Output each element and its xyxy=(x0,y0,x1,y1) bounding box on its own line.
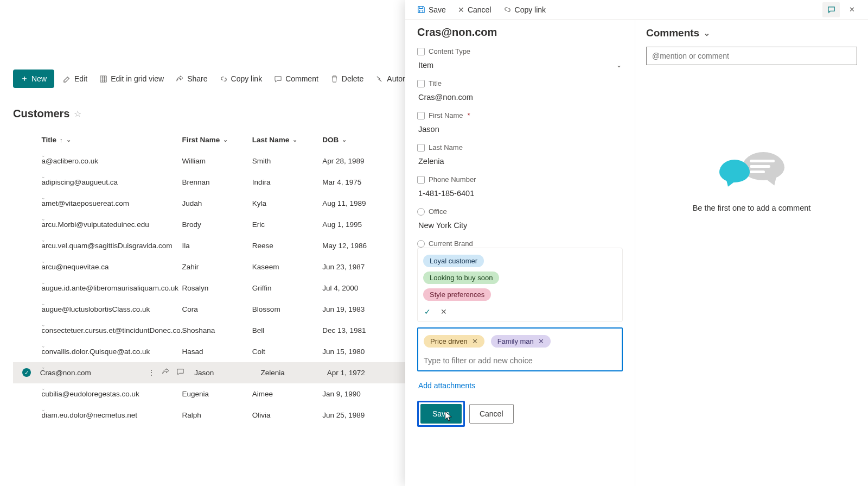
chevron-down-icon: ⌄ xyxy=(342,136,347,143)
tag-filter-input[interactable] xyxy=(423,354,617,367)
tag-options-popup: Loyal customer Looking to buy soon Style… xyxy=(417,248,623,322)
tag-option-loyal[interactable]: Loyal customer xyxy=(423,255,484,267)
table-row[interactable]: ⌄cubilia@eudoloregestas.co.ukEugeniaAime… xyxy=(13,383,407,405)
cell-last-name: Kyla xyxy=(252,199,322,207)
cell-first-name: Shoshana xyxy=(182,326,252,334)
cell-title[interactable]: arcu.Morbi@vulputateduinec.edu xyxy=(42,220,182,229)
pencil-icon xyxy=(63,75,71,83)
customers-table: Title↑⌄ First Name⌄ Last Name⌄ DOB⌄ ⌄a@a… xyxy=(13,131,407,426)
row-more-icon[interactable]: ⋮ xyxy=(148,368,155,377)
edit-button[interactable]: Edit xyxy=(60,70,91,87)
cell-first-name: Eugenia xyxy=(182,390,252,398)
cell-title[interactable]: arcu.vel.quam@sagittisDuisgravida.com xyxy=(42,242,182,250)
close-panel-button[interactable]: ✕ xyxy=(843,2,860,17)
cell-title[interactable]: amet@vitaeposuereat.com xyxy=(42,199,182,207)
row-selected-icon xyxy=(22,368,31,377)
table-row[interactable]: ⌄consectetuer.cursus.et@tinciduntDonec.c… xyxy=(13,320,407,341)
cell-title[interactable]: arcu@nequevitae.ca xyxy=(42,263,182,271)
confirm-tags-button[interactable]: ✓ xyxy=(424,307,431,316)
table-row[interactable]: ⌄arcu.vel.quam@sagittisDuisgravida.comIl… xyxy=(13,235,407,256)
cancel-button[interactable]: Cancel xyxy=(469,404,514,424)
cell-title[interactable]: convallis.dolor.Quisque@at.co.uk xyxy=(42,348,182,356)
remove-tag-icon[interactable]: ✕ xyxy=(472,337,478,345)
column-first-name[interactable]: First Name⌄ xyxy=(182,136,252,144)
cell-dob: Mar 4, 1975 xyxy=(322,178,407,186)
new-item-button[interactable]: ＋New xyxy=(13,70,54,88)
share-button[interactable]: Share xyxy=(173,70,210,87)
save-button[interactable]: Save xyxy=(420,404,462,424)
tag-option-soon[interactable]: Looking to buy soon xyxy=(423,272,499,284)
content-type-select[interactable]: Item⌄ xyxy=(417,59,623,72)
table-row[interactable]: ⌄diam.eu.dolor@necmetus.netRalphOliviaJu… xyxy=(13,405,407,426)
cell-title[interactable]: a@aclibero.co.uk xyxy=(42,157,182,165)
table-row[interactable]: ⌄adipiscing@augueut.caBrennanIndiraMar 4… xyxy=(13,172,407,193)
copy-link-button[interactable]: Copy link xyxy=(216,70,266,87)
cell-dob: Jan 9, 1990 xyxy=(322,390,407,398)
table-row[interactable]: ⌄augue.id.ante@liberomaurisaliquam.co.uk… xyxy=(13,277,407,299)
chevron-down-icon: ⌄ xyxy=(616,61,622,69)
delete-button[interactable]: Delete xyxy=(327,70,367,87)
item-heading: Cras@non.com xyxy=(417,26,623,39)
cell-dob: Jun 25, 1989 xyxy=(322,411,407,419)
cell-dob: Jul 4, 2000 xyxy=(322,284,407,292)
row-marker-icon: ⌄ xyxy=(41,216,44,219)
cell-first-name: Hasad xyxy=(182,348,252,356)
toggle-comments-button[interactable] xyxy=(822,2,840,17)
cell-title[interactable]: adipiscing@augueut.ca xyxy=(42,178,182,186)
phone-input[interactable]: 1-481-185-6401 xyxy=(417,187,623,200)
cancel-tags-button[interactable]: ✕ xyxy=(441,307,447,316)
cell-dob: Aug 1, 1995 xyxy=(322,220,407,229)
trash-icon xyxy=(330,75,339,83)
table-row[interactable]: ⌄a@aclibero.co.ukWilliamSmithApr 28, 198… xyxy=(13,150,407,172)
first-name-input[interactable]: Jason xyxy=(417,123,623,136)
title-input[interactable]: Cras@non.com xyxy=(417,91,623,104)
cell-dob: Apr 28, 1989 xyxy=(322,157,407,165)
panel-cancel-button[interactable]: ✕Cancel xyxy=(454,2,496,17)
table-row[interactable]: ⌄arcu.Morbi@vulputateduinec.eduBrodyEric… xyxy=(13,214,407,235)
chat-bubbles-icon xyxy=(719,152,784,190)
selected-tag-family[interactable]: Family man✕ xyxy=(491,335,551,348)
text-field-icon xyxy=(417,112,425,119)
field-content-type: Content Type Item⌄ xyxy=(417,47,623,72)
table-row[interactable]: ⌄amet@vitaeposuereat.comJudahKylaAug 11,… xyxy=(13,193,407,214)
tag-input[interactable]: Price driven✕ Family man✕ xyxy=(417,327,623,371)
last-name-input[interactable]: Zelenia xyxy=(417,155,623,168)
comments-heading[interactable]: Comments⌄ xyxy=(646,27,857,39)
cell-last-name: Griffin xyxy=(252,284,322,292)
cell-title[interactable]: consectetuer.cursus.et@tinciduntDonec.co… xyxy=(42,326,182,334)
row-comment-icon[interactable] xyxy=(176,368,184,377)
tag-option-style[interactable]: Style preferences xyxy=(423,288,491,301)
close-icon: ✕ xyxy=(458,5,464,14)
cell-title[interactable]: augue@luctuslobortisClass.co.uk xyxy=(42,305,182,313)
favorite-star-icon[interactable]: ☆ xyxy=(74,109,81,119)
table-row[interactable]: ⌄arcu@nequevitae.caZahirKaseemJun 23, 19… xyxy=(13,256,407,277)
field-first-name: First Name* Jason xyxy=(417,111,623,136)
remove-tag-icon[interactable]: ✕ xyxy=(538,337,544,345)
text-field-icon xyxy=(417,80,425,87)
comment-button[interactable]: Comment xyxy=(271,70,322,87)
add-attachments-link[interactable]: Add attachments xyxy=(417,379,476,392)
selected-tag-price[interactable]: Price driven✕ xyxy=(424,335,484,348)
cell-title[interactable]: cubilia@eudoloregestas.co.uk xyxy=(42,390,182,398)
row-share-icon[interactable] xyxy=(162,368,170,377)
row-marker-icon: ⌄ xyxy=(41,386,44,389)
cell-title[interactable]: augue.id.ante@liberomaurisaliquam.co.uk xyxy=(42,284,182,292)
cell-dob: Aug 11, 1989 xyxy=(322,199,407,207)
edit-grid-button[interactable]: Edit in grid view xyxy=(96,70,167,87)
comment-input[interactable] xyxy=(646,47,857,65)
table-row[interactable]: ⌄augue@luctuslobortisClass.co.ukCoraBlos… xyxy=(13,299,407,320)
panel-save-button[interactable]: Save xyxy=(413,2,450,17)
table-row[interactable]: ⌄Cras@non.com⋮JasonZeleniaApr 1, 1972 xyxy=(13,362,407,383)
edit-item-panel: Save ✕Cancel Copy link ✕ Cras@non.com Co… xyxy=(405,0,868,486)
column-last-name[interactable]: Last Name⌄ xyxy=(252,136,322,144)
column-dob[interactable]: DOB⌄ xyxy=(322,136,407,144)
row-marker-icon: ⌄ xyxy=(41,174,44,177)
table-row[interactable]: ⌄convallis.dolor.Quisque@at.co.ukHasadCo… xyxy=(13,341,407,362)
field-current-brand: Current Brand xyxy=(417,239,623,248)
office-input[interactable]: New York City xyxy=(417,219,623,232)
column-title[interactable]: Title↑⌄ xyxy=(42,136,182,144)
cell-title[interactable]: diam.eu.dolor@necmetus.net xyxy=(42,411,182,419)
panel-copy-link-button[interactable]: Copy link xyxy=(499,2,551,17)
list-title-row: Customers ☆ xyxy=(13,108,81,120)
cell-dob: Dec 13, 1981 xyxy=(322,326,407,334)
